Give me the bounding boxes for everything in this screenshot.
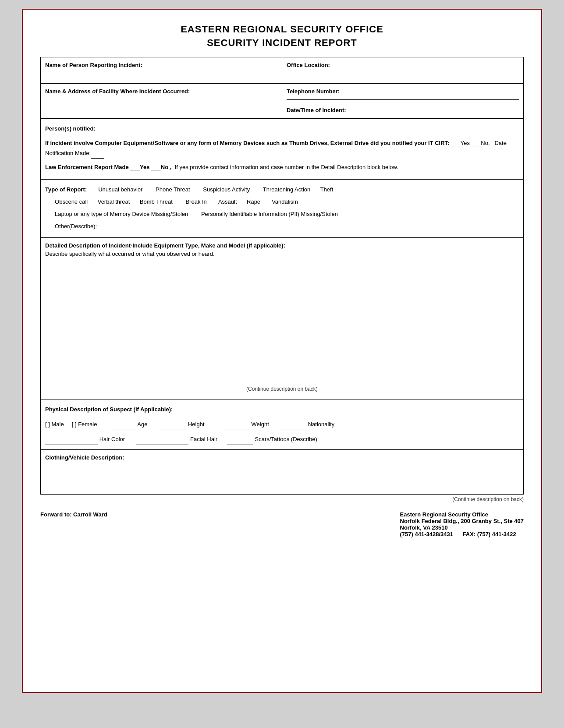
type-blank7	[89, 196, 96, 208]
type-blank12	[262, 196, 270, 208]
header-line2: SECURITY INCIDENT REPORT	[207, 37, 357, 48]
forward-to-label: Forward to: Carroll Ward	[40, 511, 107, 518]
it-cirt-yes-label: ___Yes	[451, 140, 470, 146]
detail-description-sublabel: Describe specifically what occurred or w…	[45, 251, 215, 257]
document-header: EASTERN REGIONAL SECURITY OFFICE SECURIT…	[40, 23, 524, 50]
type-blank3	[192, 184, 202, 195]
type-blank13	[45, 209, 53, 220]
telephone-label: Telephone Number:	[287, 88, 340, 95]
type-threatening: Threatening Action	[263, 184, 310, 195]
hair-color-label: Hair Color	[99, 436, 125, 442]
type-blank10	[209, 196, 216, 208]
type-verbal-threat: Verbal threat	[98, 196, 130, 208]
weight-field[interactable]	[223, 423, 250, 430]
age-label: Age	[137, 421, 147, 428]
age-field[interactable]	[110, 423, 136, 430]
physical-description-label: Physical Description of Suspect (If Appl…	[45, 406, 173, 413]
type-of-report-label: Type of Report:	[45, 184, 87, 195]
continue-description: (Continue description on back)	[246, 386, 318, 392]
header-line1: EASTERN REGIONAL SECURITY OFFICE	[181, 24, 383, 35]
male-checkbox-label: [ ] Male	[45, 421, 64, 428]
continue-back-note: (Continue description on back)	[40, 495, 524, 504]
type-of-report-section: Type of Report: Unusual behavior Phone T…	[40, 180, 524, 238]
type-breakin: Break In	[185, 196, 206, 208]
continue-back-text: (Continue description on back)	[452, 496, 524, 502]
address-block: Eastern Regional Security Office Norfolk…	[400, 511, 524, 537]
detail-description-label: Detailed Description of Incident-Include…	[45, 242, 285, 249]
document-page: EASTERN REGIONAL SECURITY OFFICE SECURIT…	[22, 9, 542, 693]
type-blank6	[45, 196, 53, 208]
clothing-body[interactable]	[45, 463, 519, 490]
persons-notified-label: Person(s) notified:	[45, 125, 96, 132]
weight-label: Weight	[252, 421, 269, 428]
type-theft: Theft	[320, 184, 333, 195]
address-line1: Eastern Regional Security Office	[400, 511, 489, 518]
type-blank14	[190, 209, 199, 220]
type-assault: Assault	[218, 196, 237, 208]
female-checkbox-label: [ ] Female	[72, 421, 97, 428]
detail-description-body[interactable]	[45, 261, 519, 383]
type-laptop: Laptop or any type of Memory Device Miss…	[55, 209, 188, 220]
type-unusual-behavior: Unusual behavior	[98, 184, 142, 195]
clothing-vehicle-label: Clothing/Vehicle Description:	[45, 454, 124, 461]
scars-tattoos-label: Scars/Tattoos (Describe):	[255, 436, 319, 442]
type-other: Other(Describe):	[55, 221, 97, 232]
office-location-label: Office Location:	[287, 62, 330, 68]
name-person-label: Name of Person Reporting Incident:	[45, 62, 142, 68]
nationality-label: Nationality	[308, 421, 335, 428]
type-blank8	[131, 196, 138, 208]
type-blank9	[174, 196, 184, 208]
height-label: Height	[188, 421, 205, 428]
type-pii: Personally Identifiable Information (PII…	[201, 209, 338, 220]
computer-equipment-text: If incident involve Computer Equipment/S…	[45, 140, 449, 146]
address-line3: Norfolk, VA 23510	[400, 524, 448, 531]
type-bomb: Bomb Threat	[140, 196, 173, 208]
height-field[interactable]	[160, 423, 186, 430]
address-phone: (757) 441-3428/3431	[400, 531, 453, 537]
nationality-field[interactable]	[280, 423, 306, 430]
hair-color-field[interactable]	[45, 438, 98, 445]
type-phone-threat: Phone Threat	[156, 184, 190, 195]
law-enforcement-extra: If yes provide contact information and c…	[175, 164, 398, 170]
type-obscene: Obscene call	[55, 196, 88, 208]
clothing-vehicle-section: Clothing/Vehicle Description:	[40, 450, 524, 495]
datetime-label: Date/Time of Incident:	[287, 107, 346, 113]
scars-tattoos-field[interactable]	[227, 438, 253, 445]
physical-description-section: Physical Description of Suspect (If Appl…	[40, 399, 524, 450]
law-no-label: ___No ,	[151, 164, 171, 170]
persons-notified-section: Person(s) notified: If incident involve …	[40, 119, 524, 180]
law-enforcement-label: Law Enforcement Report Made	[45, 164, 129, 170]
type-blank5	[312, 184, 318, 195]
type-blank15	[45, 221, 53, 232]
type-blank2	[144, 184, 154, 195]
type-blank11	[239, 196, 245, 208]
type-suspicious: Suspicious Activity	[203, 184, 250, 195]
law-yes-label: ___Yes	[130, 164, 149, 170]
footer-section: Forward to: Carroll Ward Eastern Regiona…	[40, 504, 524, 537]
facial-hair-field[interactable]	[136, 438, 188, 445]
name-address-label: Name & Address of Facility Where Inciden…	[45, 88, 190, 95]
it-cirt-no-label: ___No,	[472, 140, 490, 146]
type-blank4	[252, 184, 261, 195]
type-rape: Rape	[247, 196, 260, 208]
top-info-table: Name of Person Reporting Incident: Offic…	[40, 57, 524, 119]
type-vandalism: Vandalism	[272, 196, 298, 208]
type-blank1	[89, 184, 96, 195]
facial-hair-label: Facial Hair	[190, 436, 217, 442]
address-fax: FAX: (757) 441-3422	[463, 531, 516, 537]
detail-description-section: Detailed Description of Incident-Include…	[40, 238, 524, 399]
address-line2: Norfolk Federal Bldg., 200 Granby St., S…	[400, 518, 524, 524]
